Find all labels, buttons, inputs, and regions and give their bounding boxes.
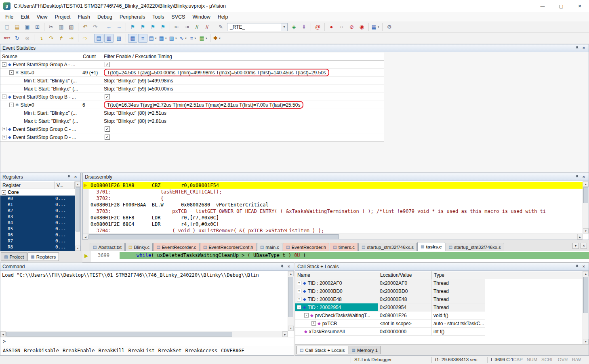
register-row[interactable]: R20...: [0, 208, 75, 214]
serial-window-icon[interactable]: ▥▼: [168, 34, 178, 43]
chevron-down-icon[interactable]: ▼: [185, 37, 187, 40]
event-row[interactable]: Min t: Start: "Blinky.c" (...Stop: "Blin…: [0, 109, 384, 117]
disassembly-horizontal-scrollbar[interactable]: ◀ ▶: [83, 234, 583, 240]
reset-icon[interactable]: RST: [2, 34, 12, 43]
tab-list-dropdown-icon[interactable]: ▼: [572, 243, 579, 249]
chevron-down-icon[interactable]: ▼: [281, 23, 287, 31]
debug-session-icon[interactable]: @: [313, 23, 322, 32]
disable-breakpoint-icon[interactable]: ○: [337, 23, 346, 32]
menu-item-edit[interactable]: Edit: [17, 13, 33, 21]
tree-expander-icon[interactable]: -: [2, 95, 6, 99]
command-input[interactable]: >: [0, 337, 294, 346]
update-windows-icon[interactable]: ↻: [13, 34, 22, 43]
uncomment-icon[interactable]: //: [202, 23, 212, 32]
open-folder-icon[interactable]: ▤: [13, 23, 22, 32]
tree-expander-icon[interactable]: +: [297, 297, 301, 301]
disassembly-window-icon[interactable]: ▥: [104, 34, 114, 43]
watch-window-icon[interactable]: ▤▼: [148, 34, 158, 43]
navigate-forward-icon[interactable]: →: [114, 23, 124, 32]
show-next-statement-icon[interactable]: ⇨: [80, 34, 90, 43]
file-tab-eventrecorder-h[interactable]: ▤EventRecorder.h: [283, 243, 329, 251]
scroll-down-icon[interactable]: ▼: [583, 228, 589, 234]
menu-item-help[interactable]: Help: [214, 13, 232, 21]
pin-icon[interactable]: [574, 175, 580, 180]
tree-expander-icon[interactable]: +: [297, 281, 301, 285]
file-tab-eventrecorder-c[interactable]: ▤EventRecorder.c: [153, 243, 199, 251]
save-all-icon[interactable]: ⊞: [33, 23, 42, 32]
configure-uvision-icon[interactable]: ⚙: [385, 23, 394, 32]
tree-expander-icon[interactable]: -: [2, 190, 6, 195]
close-icon[interactable]: ✕: [581, 46, 587, 51]
manage-rte-icon[interactable]: ◈: [289, 23, 299, 32]
command-function-coverage[interactable]: COVERAGE: [221, 348, 244, 353]
chevron-down-icon[interactable]: ▼: [165, 37, 167, 40]
close-icon[interactable]: ✕: [286, 264, 292, 269]
event-row[interactable]: +◆Event Start/Stop Group C - ...✓: [0, 125, 384, 133]
scrollbar-thumb[interactable]: [583, 277, 588, 313]
bookmark-clear-icon[interactable]: ⚑: [158, 23, 168, 32]
scrollbar-thumb[interactable]: [288, 277, 293, 317]
scroll-left-icon[interactable]: ◀: [83, 234, 88, 240]
tab-project[interactable]: ▤ Project: [1, 252, 27, 261]
command-horizontal-scrollbar[interactable]: ◀ ▶: [0, 331, 288, 337]
source-editor[interactable]: 3699 while( uxDeletedTasksWaitingCleanUp…: [82, 251, 589, 263]
menu-item-window[interactable]: Window: [189, 13, 214, 21]
file-tab-abstract-txt[interactable]: ▤Abstract.txt: [90, 243, 125, 251]
scroll-down-icon[interactable]: ▼: [75, 246, 80, 251]
column-header-source[interactable]: Source: [0, 53, 81, 61]
call-stack-row[interactable]: ◆xTaskResumeAll0x00000000int f(): [295, 328, 583, 336]
call-stack-row[interactable]: +◆pxTCB<not in scope>auto - struct tskTa…: [295, 320, 583, 328]
enable-breakpoints-icon[interactable]: ◉: [357, 23, 366, 32]
call-stack-scrollbar[interactable]: ▲ ▼: [583, 271, 589, 344]
memory-window-icon[interactable]: ▦▼: [158, 34, 168, 43]
scrollbar-thumb[interactable]: [76, 187, 80, 231]
disassembly-line[interactable]: 3701: taskENTER_CRITICAL();: [83, 189, 583, 195]
pin-icon[interactable]: [574, 46, 580, 51]
call-stack-row[interactable]: -◆prvCheckTasksWaitingT...0x08001F26void…: [295, 311, 583, 320]
close-icon[interactable]: ✕: [581, 175, 587, 180]
scroll-down-icon[interactable]: ▼: [288, 326, 294, 331]
comment-icon[interactable]: //: [192, 23, 202, 32]
menu-item-file[interactable]: File: [2, 13, 17, 21]
register-group-core[interactable]: - Core: [0, 189, 75, 196]
register-row[interactable]: R40...: [0, 220, 75, 226]
bookmark-prev-icon[interactable]: ⚑: [138, 23, 147, 32]
chevron-down-icon[interactable]: ▼: [205, 37, 208, 40]
event-row[interactable]: Max t: Start: "Blinky.c" (...Stop: "Blin…: [0, 117, 384, 125]
menu-item-svcs[interactable]: SVCS: [168, 13, 189, 21]
tree-expander-icon[interactable]: -: [2, 62, 6, 67]
column-header-register[interactable]: Register: [0, 181, 55, 189]
call-stack-window-icon[interactable]: ≡: [138, 34, 147, 43]
tree-expander-icon[interactable]: -: [9, 70, 14, 75]
insert-breakpoint-icon[interactable]: ●: [327, 23, 336, 32]
target-select-combobox[interactable]: _RTE_▼: [227, 23, 288, 31]
pin-icon[interactable]: [66, 175, 72, 180]
registers-scrollbar[interactable]: ▲ ▼: [75, 181, 80, 251]
tree-expander-icon[interactable]: -: [9, 103, 14, 107]
undo-icon[interactable]: ↶: [80, 23, 90, 32]
register-row[interactable]: R00...: [0, 196, 75, 202]
pin-icon[interactable]: [279, 264, 285, 269]
event-row[interactable]: -◆Event Start/Stop Group A - ...✓: [0, 61, 384, 69]
chevron-down-icon[interactable]: ▼: [194, 37, 196, 40]
chevron-down-icon[interactable]: ▼: [377, 26, 380, 28]
tab-memory-1[interactable]: ▦ Memory 1: [349, 346, 381, 354]
event-row[interactable]: -✱Slot=06T(tot)=16.34us T(avg)=2.72us T(…: [0, 101, 384, 109]
step-out-icon[interactable]: ↱: [57, 34, 66, 43]
tree-expander-icon[interactable]: +: [2, 135, 6, 139]
event-row[interactable]: -◆Event Start/Stop Group B - ...✓: [0, 93, 384, 101]
event-row[interactable]: Max t: Start: "Blinky.c" (...Stop: "Blin…: [0, 85, 384, 93]
filter-enable-checkbox[interactable]: ✓: [105, 135, 110, 140]
kill-breakpoints-icon[interactable]: ⊘: [347, 23, 356, 32]
step-into-icon[interactable]: ↴: [36, 34, 46, 43]
indent-right-icon[interactable]: ⇥: [182, 23, 191, 32]
symbols-window-icon[interactable]: ▧: [114, 34, 124, 43]
command-function-breaklist[interactable]: BreakList: [128, 348, 155, 353]
command-vertical-scrollbar[interactable]: ▲ ▼: [288, 271, 294, 331]
system-viewer-icon[interactable]: ▦▼: [199, 34, 208, 43]
file-tab-eventrecorderconf-h[interactable]: ▤EventRecorderConf.h: [200, 243, 257, 251]
scroll-up-icon[interactable]: ▲: [75, 181, 80, 187]
event-row[interactable]: Min t: Start: "Blinky.c" (...Stop: "Blin…: [0, 77, 384, 85]
chevron-down-icon[interactable]: ▼: [155, 37, 157, 40]
chevron-down-icon[interactable]: ▼: [219, 37, 221, 40]
